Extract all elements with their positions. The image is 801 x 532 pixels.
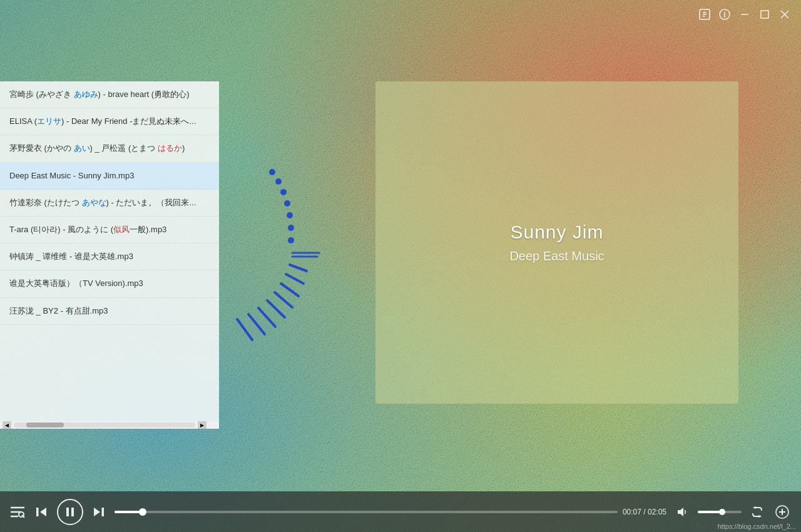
svg-rect-35 [71, 508, 74, 516]
svg-point-12 [280, 189, 287, 195]
playlist-item-9[interactable]: 汪苏泷 _ BY2 - 有点甜.mp3 [0, 298, 219, 325]
svg-marker-32 [40, 508, 46, 516]
playlist-item-6[interactable]: T-ara (티아라) - 風のように (似风一般).mp3 [0, 217, 219, 243]
svg-marker-39 [758, 515, 762, 518]
url-bar: https://blog.csdn.net/l_2... [713, 521, 801, 532]
playlist-scroll[interactable]: 宮崎歩 (みやざき あゆみ) - brave heart (勇敢的心) ELIS… [0, 81, 219, 421]
playlist-panel: 宮崎歩 (みやざき あゆみ) - brave heart (勇敢的心) ELIS… [0, 81, 219, 429]
svg-point-11 [275, 178, 282, 185]
info-circle-button[interactable]: i [715, 4, 735, 24]
progress-thumb [139, 508, 146, 516]
menu-button[interactable] [9, 505, 26, 519]
svg-point-31 [19, 512, 24, 517]
minimize-button[interactable] [735, 4, 755, 24]
svg-marker-36 [94, 508, 100, 516]
song-artist: Deep East Music [509, 249, 604, 263]
svg-line-25 [248, 314, 265, 334]
album-area: Sunny Jim Deep East Music [375, 81, 738, 404]
song-title: Sunny Jim [510, 222, 603, 243]
playlist-item-2[interactable]: ELISA (エリサ) - Dear My Friend -まだ見ぬ未来へ... [0, 108, 219, 135]
visualizer [216, 160, 379, 341]
svg-marker-38 [678, 508, 683, 516]
scroll-track[interactable] [14, 422, 195, 427]
svg-line-19 [290, 265, 307, 271]
progress-bar[interactable] [115, 511, 618, 513]
progress-fill [115, 511, 143, 513]
svg-point-13 [284, 200, 290, 207]
volume-fill [698, 511, 722, 513]
playlist-hscrollbar[interactable]: ◀ ▶ [0, 421, 219, 429]
svg-line-22 [275, 292, 292, 307]
svg-point-16 [288, 237, 294, 243]
close-button[interactable] [775, 4, 795, 24]
scroll-left-btn[interactable]: ◀ [3, 421, 11, 429]
playlist-item-3[interactable]: 茅野愛衣 (かやの あい) _ 戸松遥 (とまつ はるか) [0, 135, 219, 162]
playlist-item-1[interactable]: 宮崎歩 (みやざき あゆみ) - brave heart (勇敢的心) [0, 81, 219, 108]
repeat-button[interactable] [748, 503, 767, 521]
svg-rect-37 [102, 508, 105, 516]
info-button[interactable] [695, 4, 715, 24]
playlist-item-7[interactable]: 钟镇涛 _ 谭维维 - 谁是大英雄.mp3 [0, 243, 219, 270]
svg-point-10 [269, 169, 275, 175]
svg-point-14 [287, 212, 293, 218]
svg-line-26 [237, 319, 252, 340]
maximize-button[interactable] [755, 4, 775, 24]
time-display: 00:07 / 02:05 [623, 508, 666, 516]
svg-rect-7 [761, 11, 768, 18]
svg-rect-34 [66, 508, 69, 516]
svg-point-15 [288, 225, 294, 231]
svg-line-24 [258, 308, 275, 327]
volume-bar[interactable] [698, 511, 742, 513]
titlebar: i [0, 0, 801, 28]
svg-text:i: i [723, 11, 725, 19]
playlist-item-5[interactable]: 竹達彩奈 (たけたつ あやな) - ただいま。（我回来... [0, 190, 219, 217]
svg-rect-33 [36, 508, 39, 516]
prev-button[interactable] [32, 503, 51, 521]
volume-container [698, 511, 742, 513]
playlist-item-8[interactable]: 谁是大英粤语版）（TV Version).mp3 [0, 270, 219, 297]
svg-marker-40 [753, 506, 756, 509]
volume-thumb [719, 509, 725, 515]
progress-container: 00:07 / 02:05 [115, 508, 666, 516]
volume-icon[interactable] [673, 503, 691, 521]
play-pause-button[interactable] [57, 499, 83, 525]
next-button[interactable] [89, 503, 108, 521]
svg-line-21 [281, 284, 298, 296]
scroll-thumb[interactable] [26, 422, 64, 427]
playlist-item-4[interactable]: Deep East Music - Sunny Jim.mp3 [0, 163, 219, 190]
controls-bar: 00:07 / 02:05 [0, 491, 801, 532]
svg-line-20 [286, 274, 304, 284]
scroll-right-btn[interactable]: ▶ [198, 421, 207, 429]
add-button[interactable] [773, 503, 792, 521]
svg-line-23 [267, 300, 285, 317]
